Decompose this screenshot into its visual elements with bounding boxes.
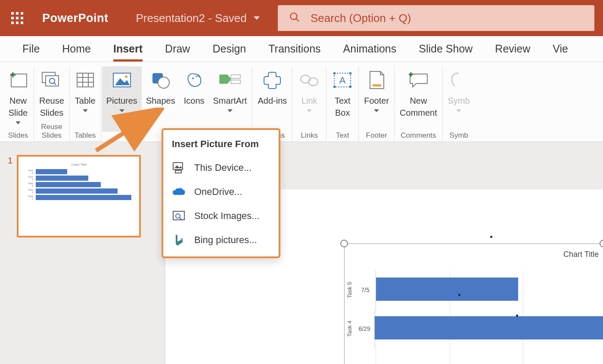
group-label: Tables [70, 131, 101, 140]
selection-border [344, 244, 345, 364]
link-button: Link [293, 66, 325, 132]
dropdown-item-this-device[interactable]: This Device... [163, 156, 279, 180]
thumb-chart-title: Chart Title [26, 163, 131, 167]
pictures-button[interactable]: Pictures [102, 66, 142, 132]
tab-animations[interactable]: Animations [332, 37, 408, 61]
title-bar: PowerPoint Presentation2 - Saved Search … [0, 0, 603, 36]
resize-handle[interactable] [340, 240, 348, 247]
group-label: Slides [3, 131, 34, 140]
new-comment-label: New Comment [400, 95, 437, 119]
smartart-button[interactable]: SmartArt [209, 66, 252, 132]
new-slide-button[interactable]: New Slide [3, 66, 33, 132]
date-label: 7/5 [355, 287, 376, 293]
addins-button[interactable]: Add-ins [253, 66, 291, 132]
group-label: Text [326, 131, 358, 140]
svg-marker-20 [220, 75, 231, 83]
thumb-bar [36, 195, 131, 200]
date-label: 6/29 [354, 325, 374, 332]
group-label: Symb [443, 131, 475, 140]
icons-icon [184, 68, 204, 92]
icons-label: Icons [184, 95, 205, 107]
svg-point-24 [308, 78, 318, 86]
dropdown-item-stock-images[interactable]: Stock Images... [163, 204, 279, 228]
table-button[interactable]: Table [71, 66, 100, 132]
app-launcher-icon[interactable] [9, 9, 26, 27]
svg-rect-30 [349, 86, 351, 88]
group-label: Comments [395, 131, 442, 140]
textbox-label: Text Box [335, 95, 351, 119]
textbox-button[interactable]: A Text Box [327, 66, 357, 132]
svg-line-1 [296, 19, 299, 22]
svg-rect-27 [333, 72, 336, 74]
reuse-slides-button[interactable]: Reuse Slides [35, 66, 68, 132]
category-label: Task 5 [346, 282, 355, 298]
svg-text:A: A [339, 75, 346, 86]
pictures-label: Pictures [106, 95, 137, 107]
ribbon-group-links: Link Links [292, 66, 326, 142]
chevron-down-icon [83, 109, 88, 112]
link-label: Link [302, 95, 317, 107]
ribbon-group-tables: Table Tables [70, 66, 101, 142]
symbol-icon [450, 68, 467, 92]
table-label: Table [75, 95, 96, 107]
footer-label: Footer [364, 95, 389, 107]
resize-handle[interactable] [600, 240, 603, 247]
svg-point-19 [192, 77, 194, 79]
svg-rect-29 [333, 86, 336, 88]
search-icon [289, 12, 300, 25]
ribbon: New Slide Slides Reuse Slides Reuse Slid… [0, 62, 603, 142]
dropdown-item-label: Stock Images... [194, 210, 260, 222]
addins-icon [262, 68, 282, 92]
device-icon [172, 161, 186, 175]
search-box[interactable]: Search (Option + Q) [278, 5, 594, 31]
chevron-down-icon [158, 109, 163, 112]
tab-file[interactable]: File [11, 37, 51, 61]
svg-point-16 [125, 75, 127, 78]
ribbon-group-symbols: Symb Symb [443, 66, 475, 142]
ribbon-group-slides: New Slide Slides [3, 66, 34, 142]
tab-transitions[interactable]: Transitions [257, 37, 332, 61]
chevron-down-icon [456, 109, 461, 112]
icons-button[interactable]: Icons [180, 66, 209, 132]
chevron-down-icon [119, 109, 124, 112]
smartart-icon [218, 68, 242, 92]
svg-rect-38 [173, 211, 184, 220]
svg-rect-9 [77, 73, 93, 87]
document-status[interactable]: Presentation2 - Saved [136, 12, 260, 25]
ribbon-group-reuse-slides: Reuse Slides Reuse Slides [34, 66, 70, 142]
footer-icon [367, 68, 385, 92]
onedrive-icon [172, 185, 186, 199]
svg-point-0 [290, 13, 297, 19]
dropdown-item-bing-pictures[interactable]: Bing pictures... [163, 228, 279, 252]
data-marker [516, 315, 518, 317]
tab-design[interactable]: Design [201, 37, 257, 61]
footer-button[interactable]: Footer [360, 66, 393, 132]
thumb-bar [36, 169, 67, 174]
bing-icon [172, 233, 186, 247]
symbol-button: Symb [444, 66, 474, 132]
tab-draw[interactable]: Draw [154, 37, 201, 61]
tab-review[interactable]: Review [484, 37, 541, 61]
svg-rect-6 [46, 76, 59, 86]
tab-insert[interactable]: Insert [102, 37, 154, 61]
pictures-dropdown: Insert Picture From This Device... OneDr… [162, 128, 280, 258]
tab-home[interactable]: Home [51, 37, 102, 61]
shapes-button[interactable]: Shapes [142, 66, 180, 132]
tab-view[interactable]: Vie [541, 37, 579, 61]
smartart-label: SmartArt [213, 95, 247, 107]
slide-thumbnail[interactable]: Chart Title Task 5 Task 4 Task 3 Task 2 … [17, 155, 141, 238]
symbol-label: Symb [448, 95, 470, 107]
rotate-handle[interactable] [490, 236, 492, 238]
thumb-bar [36, 176, 88, 181]
chart-object[interactable]: Chart Title Task 5 7/5 Task 4 6/29 [340, 240, 603, 364]
new-slide-icon [8, 68, 28, 92]
comment-icon [407, 68, 430, 92]
new-comment-button[interactable]: New Comment [395, 66, 441, 132]
dropdown-item-onedrive[interactable]: OneDrive... [163, 180, 279, 204]
svg-rect-28 [349, 72, 351, 74]
tab-slideshow[interactable]: Slide Show [407, 37, 484, 61]
ribbon-group-footer: Footer Footer [359, 66, 395, 142]
dropdown-title: Insert Picture From [163, 136, 279, 156]
ribbon-group-text: A Text Box Text [326, 66, 359, 142]
group-label: Footer [359, 131, 394, 140]
